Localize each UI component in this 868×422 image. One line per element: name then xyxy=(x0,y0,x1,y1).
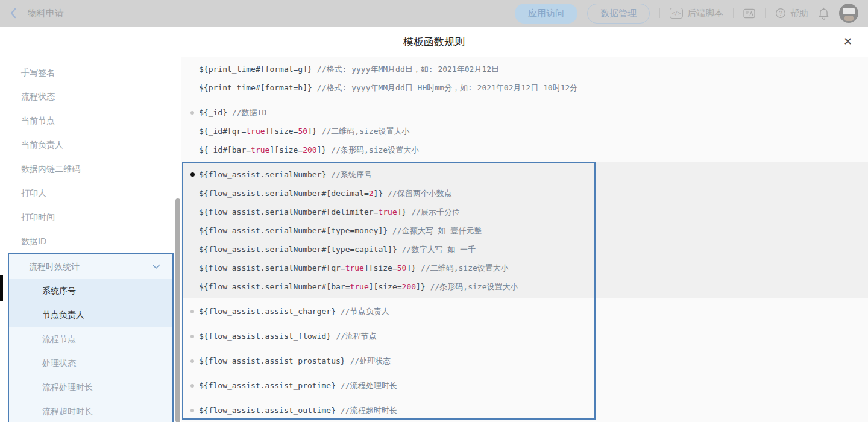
sidebar: 手写签名流程状态当前节点当前负责人数据内链二维码打印人打印时间数据ID 流程时效… xyxy=(0,57,181,422)
comment-text: //节点负责人 xyxy=(341,306,389,317)
code-value: 200 xyxy=(402,282,416,291)
sidebar-item[interactable]: 当前负责人 xyxy=(0,133,181,157)
divider xyxy=(659,8,660,18)
group-header-label: 流程时效统计 xyxy=(29,262,80,271)
comment-text: //格式: yyyy年MM月dd日 HH时mm分，如: 2021年02月12日 … xyxy=(317,83,577,93)
comment-text: //二维码,size设置大小 xyxy=(421,263,509,274)
sidebar-group-item[interactable]: 流程处理时长 xyxy=(9,375,172,399)
code-value: 200 xyxy=(303,145,316,154)
code-text: ${_id} xyxy=(199,108,227,117)
sidebar-item[interactable]: 打印人 xyxy=(0,181,181,205)
sidebar-item[interactable]: 数据内链二维码 xyxy=(0,157,181,181)
sidebar-item[interactable]: 打印时间 xyxy=(0,205,181,229)
svg-text:?: ? xyxy=(779,10,782,17)
sidebar-group-item[interactable]: 流程超时时长 xyxy=(9,399,172,422)
sidebar-scrollbar[interactable] xyxy=(175,198,180,422)
code-line: ${flow_assist.serialNumber}//系统序号 xyxy=(190,165,868,184)
divider xyxy=(765,8,766,18)
code-line: ${_id#[bar=true][size=200]}//条形码,size设置大… xyxy=(190,140,868,159)
sidebar-list: 手写签名流程状态当前节点当前负责人数据内链二维码打印人打印时间数据ID xyxy=(0,60,181,253)
bullet-dot xyxy=(190,409,194,412)
help-button[interactable]: ? 帮助 xyxy=(775,8,808,19)
topbar: 物料申请 应用访问 数据管理 </> 后端脚本 ? 帮助 xyxy=(0,0,868,27)
sidebar-group-item[interactable]: 流程节点 xyxy=(9,327,172,351)
modal: 模板函数规则 ✕ 手写签名流程状态当前节点当前负责人数据内链二维码打印人打印时间… xyxy=(0,27,868,422)
code-group: ${print_time#[format=g]}//格式: yyyy年MM月dd… xyxy=(190,60,868,97)
sidebar-group-header[interactable]: 流程时效统计 xyxy=(9,254,172,279)
bullet-icon xyxy=(190,409,199,412)
code-text: ${flow_assist.serialNumber} xyxy=(199,170,326,179)
bullet-dot xyxy=(190,111,194,115)
code-line: ${flow_assist.serialNumber#[type=capital… xyxy=(190,240,868,259)
code-text: ${flow_assist.assist_prostatus} xyxy=(199,356,345,365)
backend-script-button[interactable]: </> 后端脚本 xyxy=(670,8,723,19)
code-line: ${flow_assist.serialNumber#[delimiter=tr… xyxy=(190,203,868,221)
sidebar-group-item[interactable]: 系统序号 xyxy=(9,279,172,303)
bullet-icon xyxy=(190,384,199,388)
bell-button[interactable] xyxy=(818,7,829,20)
code-text: ${flow_assist.serialNumber#[delimiter=tr… xyxy=(199,207,406,216)
code-line: ${flow_assist.assist_outtime}//流程超时时长 xyxy=(190,401,868,420)
page-title: 物料申请 xyxy=(28,8,64,19)
comment-text: //二维码,size设置大小 xyxy=(322,126,410,137)
code-value: 50 xyxy=(298,127,307,136)
sidebar-item[interactable]: 流程状态 xyxy=(0,84,181,109)
help-label: 帮助 xyxy=(790,8,808,19)
bullet-icon xyxy=(190,359,199,363)
code-text: ${_id#[bar=true][size=200]} xyxy=(199,145,326,154)
modal-title: 模板函数规则 xyxy=(403,35,465,49)
comment-text: //流程节点 xyxy=(336,331,377,342)
user-avatar[interactable] xyxy=(839,4,858,23)
avatar-image-detail xyxy=(844,16,854,21)
comment-text: //流程处理时长 xyxy=(341,380,397,391)
code-group: ${flow_assist.serialNumber}//系统序号${flow_… xyxy=(190,165,868,296)
comment-text: //条形码,size设置大小 xyxy=(331,145,419,156)
code-line: ${flow_assist.serialNumber#[qr=true][siz… xyxy=(190,259,868,277)
topbar-left: 物料申请 xyxy=(10,8,64,19)
code-icon: </> xyxy=(670,8,683,19)
page: { "topbar": { "title": "物料申请", "app_acce… xyxy=(0,0,868,422)
code-value: true xyxy=(251,145,269,154)
sidebar-item[interactable]: 数据ID xyxy=(0,229,181,253)
code-text: ${flow_assist.assist_charger} xyxy=(199,307,336,316)
code-group: ${flow_assist.assist_prostatus}//处理状态 xyxy=(190,351,868,370)
code-text: ${print_time#[format=g]} xyxy=(199,65,312,74)
code-value: true xyxy=(350,282,368,291)
code-line: ${flow_assist.assist_charger}//节点负责人 xyxy=(190,302,868,321)
code-text: ${flow_assist.assist_flowid} xyxy=(199,332,331,341)
comment-text: //条形码,size设置大小 xyxy=(430,282,518,292)
code-value: 50 xyxy=(397,263,407,272)
question-icon: ? xyxy=(775,8,786,19)
code-line: ${flow_assist.assist_protime}//流程处理时长 xyxy=(190,376,868,395)
code-value: 2 xyxy=(369,189,374,198)
data-manage-button[interactable]: 数据管理 xyxy=(587,4,650,24)
sidebar-group-item[interactable]: 节点负责人 xyxy=(9,303,172,327)
close-button[interactable]: ✕ xyxy=(843,36,852,47)
divider xyxy=(733,8,734,18)
back-button[interactable] xyxy=(10,8,17,19)
modal-body: 手写签名流程状态当前节点当前负责人数据内链二维码打印人打印时间数据ID 流程时效… xyxy=(0,57,868,422)
sidebar-item[interactable]: 当前节点 xyxy=(0,109,181,133)
code-text: ${flow_assist.serialNumber#[type=money]} xyxy=(199,226,388,235)
sidebar-group-item[interactable]: 处理状态 xyxy=(9,351,172,375)
bullet-icon xyxy=(190,335,199,338)
back-chevron-icon xyxy=(10,8,17,19)
code-text: ${flow_assist.serialNumber#[type=capital… xyxy=(199,245,397,254)
comment-text: //保留两个小数点 xyxy=(388,188,452,199)
bullet-icon xyxy=(190,310,199,313)
code-line: ${flow_assist.serialNumber#[decimal=2]}/… xyxy=(190,184,868,203)
comment-text: //流程超时时长 xyxy=(341,405,397,416)
bullet-icon xyxy=(190,172,199,177)
code-text: ${flow_assist.serialNumber#[qr=true][siz… xyxy=(199,263,416,272)
active-item-edge-marker xyxy=(0,275,3,301)
bell-icon xyxy=(818,7,829,20)
app-access-button[interactable]: 应用访问 xyxy=(515,4,577,24)
code-line: ${flow_assist.serialNumber#[bar=true][si… xyxy=(190,277,868,296)
comment-text: //系统序号 xyxy=(331,169,372,180)
sidebar-item[interactable]: 手写签名 xyxy=(0,60,181,84)
code-group: ${flow_assist.assist_charger}//节点负责人 xyxy=(190,302,868,321)
code-group: ${flow_assist.assist_flowid}//流程节点 xyxy=(190,327,868,345)
id-card-button[interactable] xyxy=(743,8,755,19)
group-children: 系统序号节点负责人流程节点处理状态流程处理时长流程超时时长 xyxy=(9,279,172,422)
code-line: ${print_time#[format=g]}//格式: yyyy年MM月dd… xyxy=(190,60,868,78)
